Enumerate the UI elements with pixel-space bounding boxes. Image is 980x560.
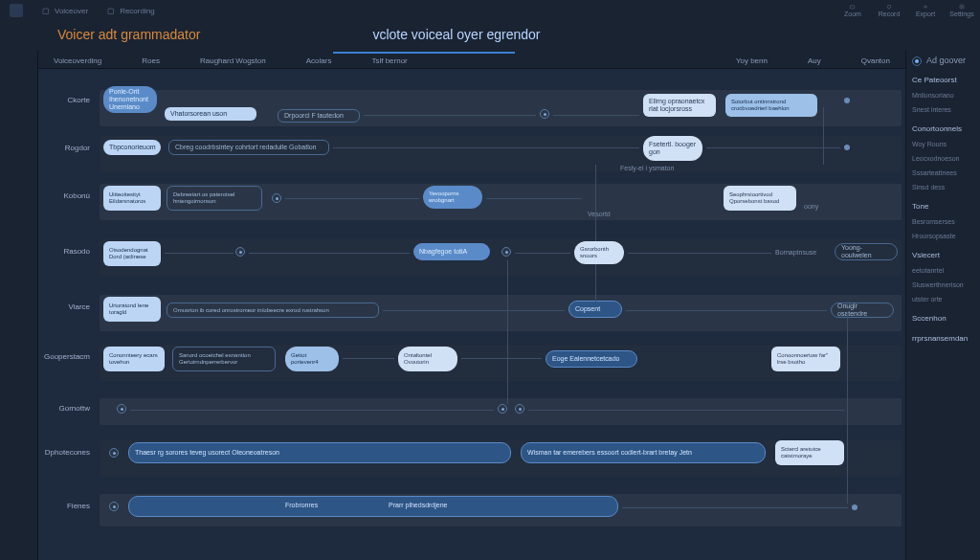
record-button[interactable]: Record (880, 4, 898, 17)
caption-r2: Vesortd (588, 211, 611, 217)
tab-4[interactable]: Acolars (301, 54, 338, 68)
row-label-2: Kobonù (38, 191, 96, 200)
flow-canvas[interactable]: Ckorte Rogdor Kobonù Rasodo Viarce Goope… (38, 69, 905, 560)
svg-point-1 (887, 5, 891, 9)
panel-item[interactable]: Sinsd dess (912, 182, 974, 192)
port-icon[interactable] (515, 404, 524, 414)
port-icon[interactable] (498, 404, 507, 414)
port-icon[interactable] (109, 502, 119, 511)
node-r5-d[interactable]: Ontaltontel Ovoutorin (398, 347, 457, 371)
node-r1-a[interactable]: Tbpconorieuom (103, 140, 161, 155)
section-title-5: rrprsnansemdan (912, 334, 974, 345)
tab-1[interactable]: Voiceoverding (48, 54, 107, 68)
port-icon[interactable] (235, 247, 245, 257)
port-icon[interactable] (117, 404, 126, 414)
tab-right-2[interactable]: Auy (802, 54, 827, 68)
check-icon (912, 56, 922, 66)
connector (249, 253, 410, 254)
node-r3-c[interactable]: Gsrorbonth snoors (574, 241, 624, 264)
node-r0-a[interactable]: Ponle-Orit Ihenonetnont Unemlano (103, 86, 157, 113)
node-r2-a[interactable]: Uitteoitesityt Eildarsnatoros (103, 186, 161, 211)
node-r0-e-caption (643, 113, 716, 136)
node-r4-c[interactable]: Copsent (568, 301, 622, 318)
node-r2-e[interactable]: Seophrsioortivod Qporsebonst basod (724, 186, 796, 211)
node-r2-c[interactable]: Yevooporns wrobgnart (423, 186, 482, 209)
settings-button[interactable]: Settings (953, 4, 970, 17)
panel-item[interactable]: Sssarteattnees (912, 168, 974, 178)
node-r5-c[interactable]: Gettot portevenr4 (285, 347, 339, 371)
panel-item[interactable]: Snest interes (912, 104, 974, 115)
node-r3-e[interactable]: Yoong-ooulwelen (835, 243, 898, 260)
connector (130, 410, 494, 411)
node-r1-c[interactable]: Fsetertl. booger gon (643, 136, 702, 161)
connector (383, 310, 565, 311)
caption-r8a: Frobronres (285, 502, 318, 508)
node-r8-bar[interactable] (128, 496, 618, 517)
tab-2[interactable]: Roes (136, 54, 166, 68)
panel-item[interactable]: Mnllonsoriano (912, 90, 974, 101)
svg-point-2 (961, 6, 963, 8)
row-label-4: Viarce (38, 302, 96, 311)
topbar-tab-2-label: Recording (120, 7, 154, 15)
tab-right-1[interactable]: Yoy benn (730, 54, 773, 68)
port-icon[interactable] (540, 109, 549, 119)
node-r5-b[interactable]: Sanord ocoetchel esnantton Gertoirndnper… (172, 347, 276, 371)
connector (706, 147, 840, 148)
node-r7-c[interactable]: Sctercl aretutce catstmoraye (775, 440, 844, 465)
port-icon[interactable] (501, 247, 511, 257)
panel-item[interactable]: Sluswerthnerison (912, 280, 974, 290)
zoom-label: Zoom (844, 11, 861, 17)
panel-item[interactable]: eetotanrtel (912, 265, 974, 276)
end-dot (844, 145, 850, 150)
row-label-5: Gooperstacm (38, 352, 96, 361)
tab-5[interactable]: Tslf bernor (366, 54, 412, 68)
node-r2-b[interactable]: Debreetart os paterotsel hntengoirnonson (167, 186, 262, 211)
node-r3-a[interactable]: Oisodendognat Dord (aclinese (103, 241, 161, 266)
node-r3-b[interactable]: Nbagfegoe totiA (413, 243, 490, 260)
connector (553, 115, 639, 116)
topbar-tab-1[interactable]: ▢ Voiceover (42, 7, 88, 15)
end-dot (852, 504, 858, 510)
section-title-1: Conortoonnels (912, 124, 974, 135)
connector (486, 198, 582, 199)
node-r1-b[interactable]: Cbreg coodrbsintey cohrtort redadulle Go… (168, 140, 329, 155)
tab-3[interactable]: Raughard Wogston (194, 54, 272, 68)
node-r4-a[interactable]: Urtoratond lene toragld (103, 297, 161, 322)
app-icon (10, 4, 23, 17)
node-r5-f[interactable]: Conoonnoertow far" lrse bsotho (771, 347, 840, 371)
toggle-ad[interactable]: Ad goover (912, 56, 974, 66)
svg-point-3 (960, 5, 964, 9)
panel-item[interactable]: Leocxodnoeson (912, 153, 974, 164)
connector-v (823, 107, 824, 165)
row-label-6: Gornottw (38, 404, 96, 413)
node-r7-a[interactable]: Thaesr rg sorores teveg usorect Oleoneoa… (128, 442, 511, 463)
topbar-tab-1-label: Voiceover (55, 7, 88, 15)
port-icon[interactable] (272, 193, 281, 203)
section-title-0: Ce Pateoorst (912, 76, 974, 86)
node-r4-b[interactable]: Omusrion ib cored onrostromeor in/obeecr… (167, 302, 379, 318)
node-r4-d[interactable]: Onuglr osatendre (831, 302, 894, 318)
node-r7-b[interactable]: Wisman tar emerebers essoort codiert-bra… (521, 442, 766, 463)
node-r0-c[interactable]: Drpoorcl F tautedon (278, 109, 360, 123)
connector-v (595, 165, 596, 241)
panel-item[interactable]: utster orte (912, 294, 974, 304)
rail-button-1[interactable] (9, 69, 30, 90)
connector (364, 115, 536, 116)
connector (165, 253, 234, 254)
export-button[interactable]: Export (917, 4, 934, 17)
node-r0-e[interactable]: Sotorbut ontinnstrond crocbvoedrierl bae… (725, 94, 817, 117)
tab-far-right[interactable]: Qvanton (856, 54, 896, 68)
zoom-button[interactable]: Zoom (844, 4, 861, 17)
page-title: Voicer adt grammadator (57, 27, 200, 42)
port-icon[interactable] (109, 448, 119, 458)
panel-item[interactable]: Besromserses (912, 216, 974, 227)
connector (622, 507, 848, 508)
topbar-tab-2[interactable]: ▢ Recording (107, 7, 154, 15)
panel-item[interactable]: Hroorsopsaste (912, 231, 974, 241)
node-r5-a[interactable]: Cononnteery ecars tovehun (103, 347, 165, 371)
connector-v (847, 312, 848, 504)
connector (333, 147, 639, 148)
node-r0-b[interactable]: Vhatorsorean uson (165, 107, 256, 121)
panel-item[interactable]: Woy Rouns (912, 139, 974, 149)
node-r5-e[interactable]: Eoge Ealennetcetcado (546, 350, 637, 368)
